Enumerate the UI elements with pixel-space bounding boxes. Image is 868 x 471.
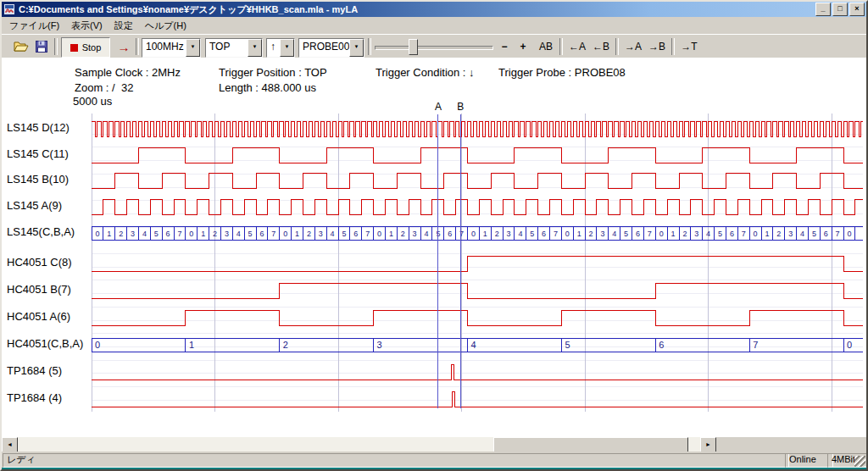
toolbar-separator [54, 38, 58, 55]
zoom-info: Zoom : / 32 [75, 81, 133, 94]
svg-text:7: 7 [753, 340, 758, 350]
svg-text:1: 1 [107, 230, 111, 238]
close-button[interactable]: × [849, 3, 865, 16]
svg-text:1: 1 [189, 340, 194, 350]
set-cursor-a-button[interactable]: →A [622, 37, 644, 56]
svg-text:6: 6 [448, 230, 452, 238]
svg-text:0: 0 [95, 230, 99, 238]
trigger-position-value: TOP [206, 39, 248, 57]
trigger-position-select[interactable]: TOP ▼ [205, 38, 263, 58]
menu-view[interactable]: 表示(V) [65, 18, 108, 34]
svg-text:7: 7 [742, 230, 746, 238]
svg-text:2: 2 [213, 230, 217, 238]
goto-trigger-button[interactable]: →T [678, 37, 700, 56]
svg-text:4: 4 [142, 230, 147, 238]
svg-text:4: 4 [518, 230, 522, 238]
svg-text:2: 2 [682, 230, 687, 238]
toolbar-separator [615, 38, 619, 55]
scrollbar-track[interactable] [16, 437, 702, 452]
dropdown-arrow-icon[interactable]: ▼ [248, 39, 262, 57]
svg-text:2: 2 [307, 230, 311, 238]
desktop-background-strip [0, 468, 868, 471]
svg-text:4: 4 [331, 230, 335, 238]
toolbar-separator [559, 38, 563, 55]
window-title: C:¥Documents and Settings¥noname¥デスクトップ¥… [19, 3, 814, 16]
svg-text:1: 1 [577, 230, 581, 238]
svg-text:4: 4 [706, 230, 710, 238]
trigger-position-info: Trigger Position : TOP [219, 66, 327, 79]
svg-text:7: 7 [177, 230, 181, 238]
svg-text:0: 0 [847, 230, 851, 238]
ab-span-button[interactable]: AB [536, 37, 556, 56]
svg-text:B: B [457, 101, 464, 113]
goto-cursor-b-button[interactable]: ←B [590, 37, 612, 56]
svg-text:7: 7 [836, 230, 840, 238]
svg-text:5: 5 [248, 230, 253, 238]
menu-bar: ファイル(F) 表示(V) 設定 ヘルプ(H) [2, 17, 866, 34]
waveform-area[interactable]: 0123456701234567012345670123456701234567… [0, 100, 868, 437]
stop-button[interactable]: Stop [61, 37, 110, 58]
horizontal-scrollbar[interactable]: ◄ ► [2, 437, 716, 452]
status-bar: レディ Online 4MBit [2, 452, 866, 468]
open-button[interactable] [12, 37, 31, 56]
svg-text:1: 1 [389, 230, 393, 238]
svg-text:3: 3 [225, 230, 229, 238]
svg-text:6: 6 [730, 230, 734, 238]
status-ready: レディ [3, 453, 789, 468]
svg-text:3: 3 [413, 230, 417, 238]
toolbar-separator [368, 38, 371, 55]
svg-text:2: 2 [588, 230, 593, 238]
svg-text:2: 2 [119, 230, 123, 238]
trigger-edge-select[interactable]: ↑ ▼ [266, 38, 295, 58]
svg-text:2: 2 [776, 230, 781, 238]
save-floppy-icon [35, 40, 48, 53]
svg-text:6: 6 [259, 230, 264, 238]
svg-text:1: 1 [201, 230, 205, 238]
maximize-button[interactable]: □ [832, 3, 848, 16]
svg-text:6: 6 [166, 230, 170, 238]
svg-text:7: 7 [271, 230, 275, 238]
dropdown-arrow-icon[interactable]: ▼ [349, 39, 364, 57]
svg-text:5: 5 [624, 230, 628, 238]
svg-text:6: 6 [542, 230, 546, 238]
run-button[interactable]: → [114, 37, 134, 56]
minimize-button[interactable]: _ [815, 3, 831, 16]
svg-text:5: 5 [154, 230, 159, 238]
goto-cursor-a-button[interactable]: ←A [566, 37, 588, 56]
menu-help[interactable]: ヘルプ(H) [139, 18, 192, 34]
dropdown-arrow-icon[interactable]: ▼ [186, 39, 200, 57]
svg-text:2: 2 [401, 230, 405, 238]
svg-text:5: 5 [718, 230, 722, 238]
svg-text:A: A [435, 101, 442, 113]
zoom-out-button[interactable]: − [497, 37, 512, 56]
zoom-slider[interactable] [375, 37, 493, 56]
menu-file[interactable]: ファイル(F) [3, 18, 65, 34]
svg-text:1: 1 [765, 230, 769, 238]
dropdown-arrow-icon[interactable]: ▼ [280, 39, 294, 57]
toolbar: Stop → 100MHz ▼ TOP ▼ ↑ ▼ PROBE00 ▼ − + … [2, 34, 866, 59]
set-cursor-b-button[interactable]: →B [646, 37, 668, 56]
svg-text:3: 3 [377, 340, 382, 350]
sample-rate-select[interactable]: 100MHz ▼ [142, 38, 201, 58]
trigger-condition-info: Trigger Condition : ↓ [376, 66, 475, 79]
status-online: Online [785, 453, 833, 468]
svg-text:5: 5 [530, 230, 534, 238]
svg-text:4: 4 [424, 230, 428, 238]
trigger-probe-select[interactable]: PROBE00 ▼ [298, 38, 364, 58]
svg-text:7: 7 [648, 230, 652, 238]
length-info: Length : 488.000 us [219, 81, 316, 94]
open-folder-icon [14, 40, 29, 53]
svg-text:7: 7 [554, 230, 558, 238]
title-bar[interactable]: C:¥Documents and Settings¥noname¥デスクトップ¥… [2, 2, 866, 17]
svg-text:0: 0 [377, 230, 381, 238]
zoom-slider-track[interactable] [375, 46, 493, 50]
save-button[interactable] [32, 37, 51, 56]
resize-grip[interactable] [854, 456, 865, 467]
menu-settings[interactable]: 設定 [108, 18, 139, 34]
svg-text:0: 0 [471, 230, 476, 238]
zoom-slider-thumb[interactable] [409, 39, 418, 55]
svg-text:0: 0 [847, 340, 852, 350]
zoom-in-button[interactable]: + [515, 37, 531, 56]
stop-icon [70, 44, 78, 52]
svg-text:0: 0 [95, 340, 100, 350]
